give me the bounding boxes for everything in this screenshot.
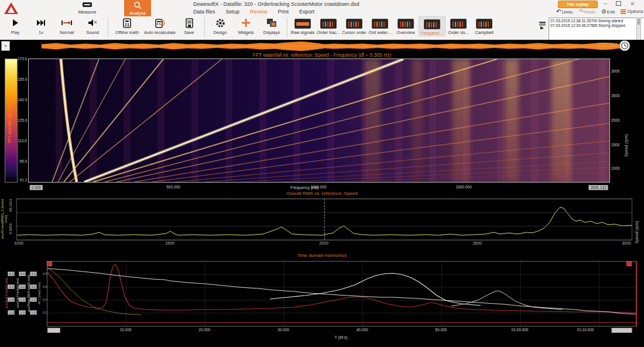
menu-data-files[interactable]: Data files [193, 9, 215, 15]
rms-plot[interactable] [16, 198, 632, 241]
axis-label: acc/2nd H (m/s2 rms) [5, 261, 8, 325]
overview-end-time: 0:01:14.613 [598, 42, 617, 46]
rms-y-max: 98.1633 [9, 199, 12, 212]
order-tracking-icon [320, 19, 337, 29]
overview-waveform[interactable] [41, 40, 621, 52]
magnifier-icon [124, 2, 151, 10]
close-button[interactable]: × [628, 0, 637, 7]
speed-1x-button[interactable]: 1x [28, 16, 54, 35]
axis-tick: 2.0 [30, 297, 37, 302]
harmonics-x-tick: 20.000 [198, 328, 210, 332]
screen-frequency[interactable]: Frequenc... [419, 16, 446, 36]
header-actions: ↶Undo ↷Redo ⊘Edit Options [556, 8, 643, 15]
screen-order-tracking[interactable]: Order trac... [316, 16, 341, 35]
edit-button[interactable]: ⊘Edit [601, 8, 615, 15]
axis-tick: 1.0 [8, 310, 15, 315]
maximize-button[interactable] [614, 0, 623, 7]
harmonics-x-tick: 01:10.000 [577, 328, 594, 332]
harmonics-x-max[interactable]: 01:14.613 [612, 328, 632, 333]
axis-tick: 3.0 [19, 284, 26, 289]
gear-icon [207, 18, 233, 29]
harmonics-x-tick: 01:00.000 [512, 328, 529, 332]
auto-recalculate-button[interactable]: Auto recalculate [143, 16, 176, 35]
options-button[interactable]: Options [621, 9, 643, 15]
axis-tick: 4.0 [19, 272, 26, 276]
rms-x-tick: 2000 [319, 241, 328, 245]
range-handle-left[interactable] [47, 261, 52, 266]
harmonics-x-tick: 10.000 [120, 328, 132, 332]
resonance-band [453, 59, 470, 182]
tab-analyze[interactable]: Analyze [124, 0, 151, 16]
harmonics-axis-1: acc/2nd H (m/s2 rms) 4.0 3.0 2.0 1.0 [5, 261, 15, 325]
axis-tick: 2.0 [19, 297, 26, 302]
clock-button[interactable] [619, 40, 630, 51]
menu-export[interactable]: Export [299, 9, 314, 15]
normal-replay-button[interactable]: Normal [54, 16, 80, 35]
rms-title: Overall RMS vs. reference: Speed [0, 191, 644, 196]
harmonics-plot[interactable] [47, 261, 637, 327]
event-jump-icon[interactable] [539, 21, 546, 32]
events-listbox[interactable]: 07-03-2015 12:38:31,05700 Storing starte… [549, 18, 644, 42]
harmonics-x-min[interactable]: 0.000 [47, 328, 60, 333]
menu-setup[interactable]: Setup [226, 9, 240, 15]
undo-button[interactable]: ↶Undo [556, 8, 573, 15]
expand-panel-button[interactable]: » [1, 41, 10, 51]
design-button[interactable]: Design [207, 16, 233, 35]
waterfall-y-tick: 125.0 [18, 118, 27, 122]
overview-icon [398, 19, 414, 29]
event-row[interactable]: 07-03-2015 12:39:45,07565 Storing stoppe… [550, 23, 642, 28]
axis-label: AI 1 (m/s2 rms) [37, 261, 41, 325]
axis-tick: 3.0 [8, 284, 15, 289]
rms-x-tick: 1000 [14, 241, 23, 245]
rms-x-tick: 2500 [472, 241, 482, 245]
waterfall-plot[interactable] [28, 59, 610, 183]
menu-print[interactable]: Print [278, 9, 289, 15]
undo-icon: ↶ [556, 8, 561, 15]
rms-cursor-line[interactable] [324, 199, 325, 240]
file-replay-badge: File replay [558, 1, 598, 8]
displays-layers-icon [259, 18, 285, 29]
toolbar-separator [287, 18, 287, 37]
plus-icon [233, 18, 259, 29]
axis-tick: 2.0 [8, 297, 15, 302]
screen-raw-signals[interactable]: Raw signals [290, 16, 316, 35]
harmonics-axis-3: acc/Time RMS (m/s2 rms) 4.0 3.0 2.0 1.0 [27, 261, 37, 325]
axis-tick: 4.0 [8, 272, 15, 276]
toolbar: Play 1x Normal Sound Offline math Auto r… [0, 16, 497, 40]
displays-button[interactable]: Displays [259, 16, 285, 35]
sound-button[interactable]: Sound [80, 16, 105, 35]
rms-y-axis-label: acc/OverallRMS_1 [(m/s2 rms)] [1, 198, 8, 239]
toolbar-separator [108, 18, 108, 37]
save-icon [176, 18, 202, 29]
offline-math-button[interactable]: Offline math [111, 16, 143, 35]
rms-x-tick: 1500 [165, 241, 174, 245]
screen-order-waterfall[interactable]: Ord water... [367, 16, 393, 35]
waterfall-y-tick: 140.0 [18, 98, 27, 102]
redo-icon: ↷ [579, 8, 584, 15]
play-icon [2, 18, 28, 29]
waterfall-y-tick: 170.0 [18, 57, 27, 61]
minimize-button[interactable]: – [601, 0, 610, 7]
play-button[interactable]: Play [2, 16, 28, 35]
rms-right-axis-label: Speed (rpm) [635, 202, 639, 243]
redo-button[interactable]: ↷Redo [579, 8, 596, 15]
screen-overview[interactable]: Overview [393, 16, 419, 35]
screen-order-domain[interactable]: Order do... [446, 16, 471, 35]
events-scrollbar[interactable] [636, 18, 641, 40]
calculator-icon [111, 18, 143, 29]
menu-review[interactable]: Review [250, 9, 268, 15]
resonance-band [551, 59, 571, 182]
harmonics-x-tick: 30.000 [278, 328, 289, 332]
save-button[interactable]: Save [176, 16, 202, 35]
resonance-band [412, 59, 423, 182]
waterfall-right-axis-label: Speed (rpm) [624, 87, 628, 157]
event-row[interactable]: 07-03-2015 12:38:31,05700 Storing starte… [550, 19, 642, 23]
order-waterfall-icon [372, 19, 388, 29]
screen-cursor-order[interactable]: Cursor order [341, 16, 367, 35]
tab-measure[interactable]: Measure [74, 0, 101, 16]
waterfall-colorbar-label: FFT waterfall (dB (m/s2)) [8, 69, 12, 174]
widgets-button[interactable]: Widgets [233, 16, 259, 35]
range-handle-right[interactable] [626, 261, 632, 266]
screen-campbell[interactable]: Campbell [471, 16, 497, 35]
resonance-band [365, 59, 381, 182]
